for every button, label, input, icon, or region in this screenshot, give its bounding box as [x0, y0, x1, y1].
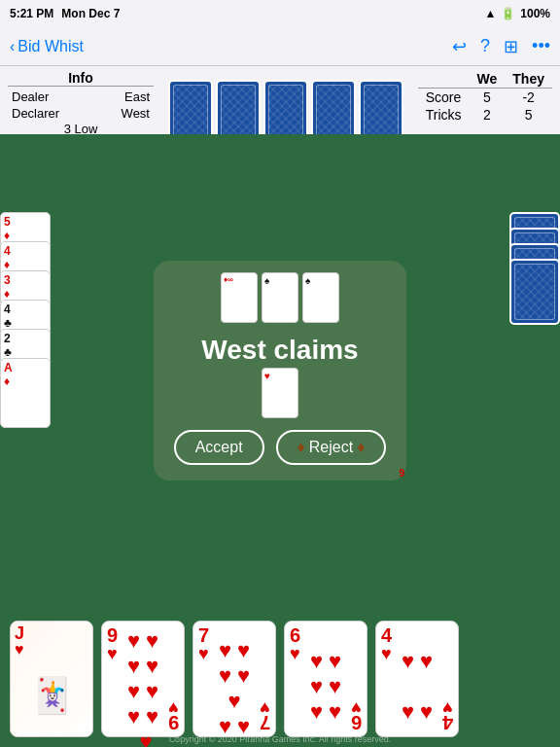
tricks-label: Tricks	[418, 106, 470, 124]
dialog-card-4: ♥ 9	[262, 368, 298, 418]
north-card-2	[216, 80, 261, 142]
wifi-icon: ▲	[484, 7, 496, 20]
south-card-jack[interactable]: J ♥ 🃏	[10, 621, 93, 737]
tricks-they: 5	[505, 106, 552, 124]
score-table: We They Score 5 -2 Tricks 2 5	[418, 70, 552, 124]
south-card-4h[interactable]: 4 ♥ ♥ ♥♥ ♥ 4 ♥	[375, 621, 459, 737]
north-card-4	[311, 80, 356, 142]
declarer-label: Declarer	[12, 106, 59, 121]
status-icons: ▲ 🔋 100%	[484, 7, 550, 20]
score-we: 5	[470, 89, 506, 107]
rank: ♠	[305, 275, 336, 286]
suit: ♣	[4, 316, 47, 330]
rank: ♠	[264, 275, 296, 286]
score-col-blank	[418, 70, 470, 89]
nav-back-label: Bid Whist	[18, 38, 84, 55]
dialog-card-2: ♠	[262, 272, 298, 323]
suit: ♦	[4, 229, 47, 242]
accept-button[interactable]: Accept	[174, 430, 264, 465]
declarer-value: West	[122, 106, 150, 121]
rank: 5	[4, 215, 47, 229]
nav-actions: ↩ ? ⊞ •••	[452, 36, 550, 57]
status-time: 5:21 PM	[10, 7, 53, 20]
battery-icon: 🔋	[501, 7, 515, 20]
south-card-9h[interactable]: 9 ♥ ♥ ♥♥ ♥♥ ♥♥ ♥ ♥ 9 ♥	[101, 621, 185, 737]
dialog-card-1: ♦∞	[221, 272, 258, 323]
score-label: Score	[418, 89, 470, 107]
suit: ♦	[4, 374, 47, 388]
dialog-bottom-cards: ♥ 9	[262, 368, 298, 418]
declarer-row: Declarer West	[8, 105, 154, 122]
north-card-5	[359, 80, 403, 142]
battery-percent: 100%	[520, 7, 550, 20]
undo-icon[interactable]: ↩	[452, 36, 467, 57]
more-icon[interactable]: •••	[532, 36, 550, 56]
suit: ♦	[4, 258, 47, 271]
score-they: -2	[505, 89, 552, 107]
rank: A	[4, 361, 47, 374]
reject-label: Reject	[309, 439, 353, 456]
east-card-4	[509, 259, 560, 325]
card-ad: A ♦	[0, 358, 51, 428]
east-hand	[509, 212, 560, 325]
rank: 4	[4, 302, 47, 316]
tricks-row: Tricks 2 5	[418, 106, 552, 124]
nav-back[interactable]: ‹ Bid Whist	[10, 38, 84, 55]
tricks-we: 2	[470, 106, 506, 124]
score-col-we: We	[470, 70, 506, 89]
dealer-value: East	[124, 89, 150, 104]
score-col-they: They	[505, 70, 552, 89]
info-title: Info	[8, 70, 154, 87]
claim-dialog: ♦∞ ♠ ♠ West claims ♥ 9 Accept ♦ Reject ♦	[154, 261, 406, 480]
dealer-row: Dealer East	[8, 89, 154, 105]
game-area: 5 ♦ 4 ♦ 3 ♦ 4 ♣ 2 ♣	[0, 134, 560, 747]
west-card-6[interactable]: A ♦	[0, 358, 51, 428]
bottom-info: Copyright © 2020 Piranha Games Inc. All …	[0, 734, 560, 747]
claim-buttons: Accept ♦ Reject ♦	[174, 430, 387, 465]
status-bar: 5:21 PM Mon Dec 7 ▲ 🔋 100%	[0, 0, 560, 27]
claim-title: West claims	[201, 335, 358, 366]
reject-icon: ♦	[298, 439, 305, 456]
north-card-3	[263, 80, 308, 142]
dialog-cards: ♦∞ ♠ ♠	[221, 272, 339, 323]
score-row: Score 5 -2	[418, 89, 552, 107]
nav-bar: ‹ Bid Whist ↩ ? ⊞ •••	[0, 27, 560, 66]
dialog-card-3: ♠	[302, 272, 339, 323]
reject-button[interactable]: ♦ Reject ♦	[276, 430, 387, 465]
help-icon[interactable]: ?	[480, 36, 490, 56]
suit: ♣	[4, 345, 47, 359]
north-card-1	[168, 80, 213, 142]
suit: ♦	[4, 287, 47, 301]
south-card-6h[interactable]: 6 ♥ ♥ ♥♥ ♥♥ ♥ 6 ♥	[284, 621, 368, 737]
west-hand: 5 ♦ 4 ♦ 3 ♦ 4 ♣ 2 ♣	[0, 212, 51, 428]
dealer-label: Dealer	[12, 89, 49, 104]
south-hand: J ♥ 🃏 9 ♥ ♥ ♥♥ ♥♥ ♥♥ ♥ ♥ 9 ♥ 7 ♥ ♥ ♥♥ ♥ …	[10, 621, 550, 737]
rank: 4	[4, 244, 47, 258]
east-back-4	[509, 259, 560, 325]
status-date: Mon Dec 7	[61, 7, 120, 20]
rank: ♦∞	[224, 275, 255, 284]
south-card-7h[interactable]: 7 ♥ ♥ ♥♥ ♥ ♥ ♥ ♥ 7 ♥	[192, 621, 276, 737]
rank: 3	[4, 273, 47, 287]
copyright-text: Copyright © 2020 Piranha Games Inc. All …	[169, 734, 392, 744]
reject-suit-icon: ♦	[357, 439, 365, 456]
rank: 2	[4, 332, 47, 345]
layout-icon[interactable]: ⊞	[504, 36, 518, 57]
chevron-left-icon: ‹	[10, 38, 15, 55]
